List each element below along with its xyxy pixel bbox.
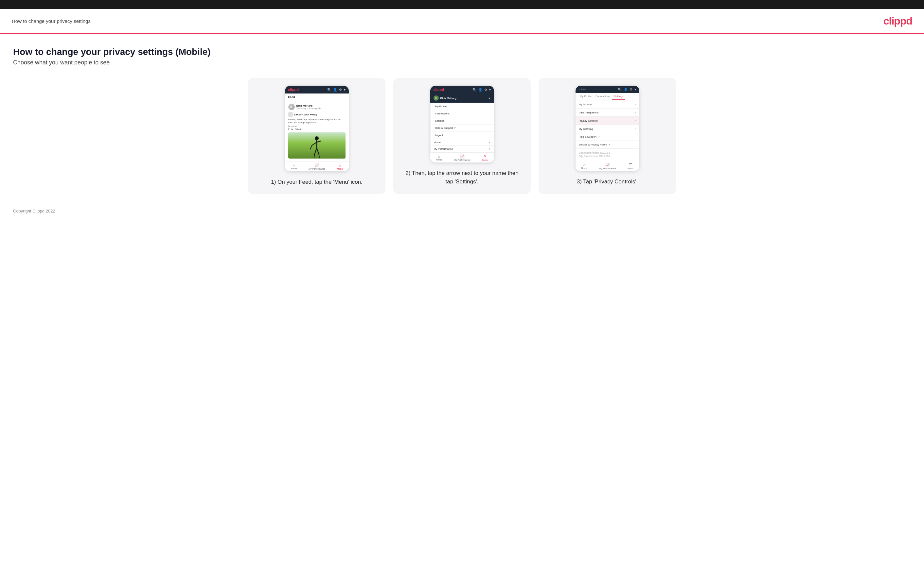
tab-settings[interactable]: Settings — [612, 93, 625, 100]
menu-item-connections[interactable]: Connections — [431, 110, 494, 118]
phone-tab-home-label-2: Home — [436, 158, 442, 161]
tab-connections[interactable]: Connections — [593, 93, 612, 100]
settings-icon-3: ⚙ — [630, 88, 632, 91]
steps-container: clippd 🔍 👤 ⚙ ▾ Feed B Blair McHarg — [13, 78, 911, 194]
svg-line-7 — [314, 155, 315, 158]
phone-logo-2: clippd — [433, 88, 444, 92]
settings-item-serviceprivacy-label: Service & Privacy Policy ↗ — [579, 143, 610, 146]
phone-nav-icons-1: 🔍 👤 ⚙ ▾ — [327, 88, 346, 92]
menu-chevron-up: ▲ — [488, 97, 491, 100]
svg-line-6 — [317, 148, 319, 155]
phone-navbar-1: clippd 🔍 👤 ⚙ ▾ — [285, 85, 349, 93]
step-2-caption: 2) Then, tap the arrow next to your name… — [401, 169, 523, 186]
phone-tab-menu-3[interactable]: ☰ Menu — [628, 163, 633, 170]
phone-mockup-3: < Back 🔍 👤 ⚙ ▾ My Profile Connections Se… — [575, 85, 639, 171]
menu-section-performance[interactable]: My Performance ▾ — [431, 145, 494, 152]
chevron-right-mygolfbag: › — [635, 127, 636, 131]
settings-item-privacycontrols[interactable]: Privacy Controls › — [575, 117, 639, 125]
phone-tab-performance-label: My Performance — [309, 168, 325, 170]
settings-item-dataintegrations-label: Data Integrations — [579, 111, 599, 114]
menu-user-info: B Blair McHarg — [433, 95, 456, 101]
phone-nav-icons-2: 🔍 👤 ⚙ ▾ — [472, 88, 491, 92]
golf-image — [288, 132, 346, 158]
duration-label: Duration — [288, 125, 346, 127]
chevron-right-dataintegrations: › — [635, 111, 636, 114]
phone-logo-1: clippd — [288, 88, 299, 92]
feed-user-row: B Blair McHarg Yesterday · Sunningdale — [288, 104, 346, 110]
external-icon-privacy: ↗ — [608, 143, 610, 146]
svg-line-2 — [312, 142, 317, 145]
phone-mockup-1: clippd 🔍 👤 ⚙ ▾ Feed B Blair McHarg — [285, 85, 349, 171]
feed-avatar: B — [288, 104, 295, 110]
phone-tab-close[interactable]: ✕ Menu — [482, 154, 488, 161]
chevron-down-icon-performance: ▾ — [489, 148, 491, 150]
menu-avatar: B — [433, 95, 439, 101]
settings-item-myaccount[interactable]: My Account › — [575, 100, 639, 108]
menu-item-helpsupport[interactable]: Help & Support ↗ — [431, 124, 494, 132]
settings-item-dataintegrations[interactable]: Data Integrations › — [575, 108, 639, 117]
chevron-down-icon-home: ▾ — [489, 141, 491, 144]
settings-item-helpsupport[interactable]: Help & Support ↗ — [575, 133, 639, 141]
lesson-desc: Looking to feel like my hands are exitin… — [288, 118, 346, 124]
svg-line-4 — [317, 141, 321, 142]
menu-username: Blair McHarg — [440, 97, 456, 100]
phone-tabbar-2: ⌂ Home 📈 My Performance ✕ Menu — [430, 152, 494, 163]
lesson-icon — [288, 112, 293, 117]
duration-value: 01 hr : 30 min — [288, 128, 346, 131]
back-link[interactable]: < Back — [579, 88, 587, 91]
phone-nav-icons-3: 🔍 👤 ⚙ ▾ — [618, 88, 636, 91]
menu-item-myprofile[interactable]: My Profile — [431, 103, 494, 110]
copyright: Copyright Clippd 2022 — [13, 209, 55, 213]
step-3-caption: 3) Tap 'Privacy Controls'. — [577, 177, 638, 186]
search-icon-3: 🔍 — [618, 88, 622, 91]
user-icon-2: 👤 — [478, 88, 482, 92]
menu-item-settings[interactable]: Settings — [431, 118, 494, 124]
phone-tabbar-3: ⌂ Home 📈 My Performance ☰ Menu — [575, 161, 639, 171]
settings-item-myaccount-label: My Account — [579, 103, 592, 106]
menu-user-row: B Blair McHarg ▲ — [430, 93, 494, 103]
phone-tab-home-2: ⌂ Home — [436, 154, 442, 161]
settings-back-bar: < Back 🔍 👤 ⚙ ▾ — [575, 85, 639, 93]
version-line1: Clippd Client Version: 2022.8.3-3 — [579, 152, 636, 155]
settings-icon: ⚙ — [339, 88, 342, 92]
settings-item-serviceprivacy[interactable]: Service & Privacy Policy ↗ — [575, 141, 639, 149]
phone-tabbar-1: ⌂ Home 📈 My Performance ☰ Menu — [285, 161, 349, 171]
golfer-silhouette — [309, 136, 325, 158]
settings-tabs: My Profile Connections Settings — [575, 93, 639, 100]
main-content: How to change your privacy settings (Mob… — [0, 34, 924, 201]
version-line2: GQL Server Version: 2022.7.30-1 — [579, 155, 636, 158]
phone-tab-home-label-3: Home — [581, 167, 587, 169]
menu-section-home-label: Home — [434, 141, 441, 144]
user-icon: 👤 — [333, 88, 337, 92]
feed-user-info: Blair McHarg Yesterday · Sunningdale — [296, 104, 321, 110]
feed-label: Feed — [285, 93, 349, 101]
page-heading: How to change your privacy settings (Mob… — [13, 47, 911, 57]
chevron-right-privacycontrols: › — [635, 119, 636, 122]
feed-post: B Blair McHarg Yesterday · Sunningdale L… — [285, 101, 349, 161]
menu-icon: ☰ — [338, 163, 342, 168]
menu-section-performance-label: My Performance — [434, 147, 453, 150]
chart-icon: 📈 — [315, 163, 319, 168]
step-1-card: clippd 🔍 👤 ⚙ ▾ Feed B Blair McHarg — [248, 78, 385, 194]
phone-tab-performance-1: 📈 My Performance — [309, 163, 325, 170]
phone-tab-menu-1[interactable]: ☰ Menu — [337, 163, 343, 170]
chart-icon-3: 📈 — [605, 163, 610, 167]
menu-icon-3: ☰ — [629, 163, 632, 167]
menu-panel: My Profile Connections Settings Help & S… — [430, 103, 494, 152]
svg-line-3 — [310, 145, 312, 149]
logo: clippd — [884, 15, 912, 27]
header: How to change your privacy settings clip… — [0, 9, 924, 34]
step-2-card: clippd 🔍 👤 ⚙ ▾ B Blair McHarg ▲ — [393, 78, 531, 194]
header-title: How to change your privacy settings — [12, 18, 90, 24]
search-icon: 🔍 — [327, 88, 331, 92]
settings-item-mygolfbag[interactable]: My Golf Bag › — [575, 125, 639, 133]
chevron-down-icon-3: ▾ — [635, 88, 636, 91]
home-icon: ⌂ — [292, 163, 295, 167]
lesson-row: Lesson with Fordy — [288, 112, 346, 117]
settings-list: My Account › Data Integrations › Privacy… — [575, 100, 639, 149]
tab-myprofile[interactable]: My Profile — [578, 93, 594, 100]
settings-version: Clippd Client Version: 2022.8.3-3 GQL Se… — [575, 149, 639, 161]
menu-section-home[interactable]: Home ▾ — [431, 139, 494, 145]
menu-item-logout[interactable]: Logout — [431, 132, 494, 139]
footer: Copyright Clippd 2022 — [0, 201, 924, 221]
